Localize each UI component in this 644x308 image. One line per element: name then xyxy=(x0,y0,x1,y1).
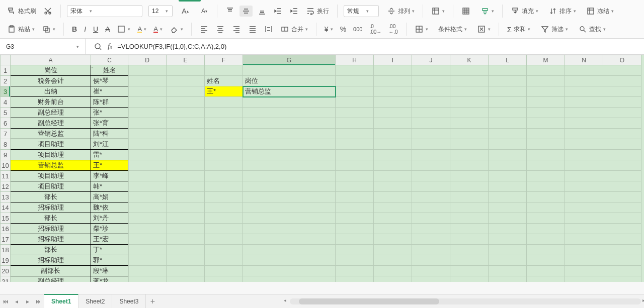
cell-D13[interactable] xyxy=(128,192,167,202)
cell-N20[interactable] xyxy=(565,266,603,276)
clear-format-button[interactable]: ▾ xyxy=(168,24,185,35)
sheet-tab-sheet2[interactable]: Sheet2 xyxy=(78,294,112,308)
row-header-19[interactable]: 19 xyxy=(1,255,11,266)
name-box[interactable]: G3 ▾ xyxy=(0,39,86,54)
cell-J15[interactable] xyxy=(412,213,450,224)
cell-A12[interactable]: 项目助理 xyxy=(11,181,91,192)
cell-M19[interactable] xyxy=(527,255,565,266)
cell-O4[interactable] xyxy=(603,97,641,108)
cell-E11[interactable] xyxy=(167,171,205,181)
cell-J3[interactable] xyxy=(412,86,450,97)
cell-H5[interactable] xyxy=(336,108,374,118)
cell-D5[interactable] xyxy=(128,108,167,118)
decrease-decimal-button[interactable]: .00←.0 xyxy=(386,23,399,36)
cell-G3[interactable]: 营销总监 xyxy=(243,86,336,97)
cell-F18[interactable] xyxy=(205,245,243,255)
cell-G15[interactable] xyxy=(243,213,336,224)
cell-C1[interactable]: 姓名 xyxy=(91,65,128,76)
cell-J8[interactable] xyxy=(412,139,450,150)
cell-E10[interactable] xyxy=(167,160,205,171)
cell-L13[interactable] xyxy=(489,192,527,202)
cell-G9[interactable] xyxy=(243,150,336,160)
cell-A1[interactable]: 岗位 xyxy=(11,65,91,76)
cell-C15[interactable]: 刘*丹 xyxy=(91,213,128,224)
cell-I20[interactable] xyxy=(374,266,412,276)
cell-I19[interactable] xyxy=(374,255,412,266)
cell-A21[interactable]: 副总经理 xyxy=(11,276,91,282)
cell-H6[interactable] xyxy=(336,118,374,129)
cell-O21[interactable] xyxy=(603,276,641,282)
fill-color-button[interactable]: A▾ xyxy=(135,24,148,34)
decrease-font-button[interactable]: A▾ xyxy=(198,6,211,17)
cell-N4[interactable] xyxy=(565,97,603,108)
cell-C7[interactable]: 陆*科 xyxy=(91,129,128,139)
cell-L14[interactable] xyxy=(489,202,527,213)
cell-D7[interactable] xyxy=(128,129,167,139)
cell-I6[interactable] xyxy=(374,118,412,129)
cell-H19[interactable] xyxy=(336,255,374,266)
cell-J17[interactable] xyxy=(412,234,450,245)
cell-A9[interactable]: 项目助理 xyxy=(11,150,91,160)
cell-C19[interactable]: 郭* xyxy=(91,255,128,266)
cell-E7[interactable] xyxy=(167,129,205,139)
align-right-button[interactable] xyxy=(230,24,243,35)
cell-C16[interactable]: 柴*珍 xyxy=(91,224,128,234)
cell-M13[interactable] xyxy=(527,192,565,202)
cell-C20[interactable]: 段*琳 xyxy=(91,266,128,276)
cell-E8[interactable] xyxy=(167,139,205,150)
cell-A7[interactable]: 营销总监 xyxy=(11,129,91,139)
cell-G1[interactable] xyxy=(243,65,336,76)
row-header-4[interactable]: 4 xyxy=(1,97,11,108)
cell-L15[interactable] xyxy=(489,213,527,224)
cell-G21[interactable] xyxy=(243,276,336,282)
cell-L18[interactable] xyxy=(489,245,527,255)
cell-N17[interactable] xyxy=(565,234,603,245)
row-header-18[interactable]: 18 xyxy=(1,245,11,255)
cell-D3[interactable] xyxy=(128,86,167,97)
cell-K8[interactable] xyxy=(450,139,489,150)
cell-style-button[interactable]: ▾ xyxy=(478,6,496,17)
cell-F3[interactable]: 王* xyxy=(205,86,243,97)
cell-L20[interactable] xyxy=(489,266,527,276)
cell-I18[interactable] xyxy=(374,245,412,255)
strike-button[interactable]: A xyxy=(103,24,112,34)
cell-N7[interactable] xyxy=(565,129,603,139)
cell-G2[interactable]: 岗位 xyxy=(243,76,336,86)
cell-D2[interactable] xyxy=(128,76,167,86)
cell-J13[interactable] xyxy=(412,192,450,202)
cell-A19[interactable]: 招标助理 xyxy=(11,255,91,266)
cell-N3[interactable] xyxy=(565,86,603,97)
cell-C17[interactable]: 王*宏 xyxy=(91,234,128,245)
cell-F10[interactable] xyxy=(205,160,243,171)
cell-A5[interactable]: 副总经理 xyxy=(11,108,91,118)
align-middle-button[interactable] xyxy=(239,6,253,17)
cell-I16[interactable] xyxy=(374,224,412,234)
cell-C2[interactable]: 侯*琴 xyxy=(91,76,128,86)
cell-N10[interactable] xyxy=(565,160,603,171)
cell-J10[interactable] xyxy=(412,160,450,171)
column-header-N[interactable]: N xyxy=(565,55,603,65)
cell-K17[interactable] xyxy=(450,234,489,245)
cell-N5[interactable] xyxy=(565,108,603,118)
cell-H10[interactable] xyxy=(336,160,374,171)
cell-C9[interactable]: 雷* xyxy=(91,150,128,160)
tab-nav-first[interactable]: ⏮ xyxy=(0,294,11,308)
cell-G11[interactable] xyxy=(243,171,336,181)
column-header-L[interactable]: L xyxy=(489,55,527,65)
cell-D1[interactable] xyxy=(128,65,167,76)
cell-D12[interactable] xyxy=(128,181,167,192)
cell-J4[interactable] xyxy=(412,97,450,108)
cell-M9[interactable] xyxy=(527,150,565,160)
cell-G5[interactable] xyxy=(243,108,336,118)
cell-M1[interactable] xyxy=(527,65,565,76)
cell-I12[interactable] xyxy=(374,181,412,192)
align-justify-button[interactable] xyxy=(246,24,259,35)
row-header-3[interactable]: 3 xyxy=(1,86,11,97)
cell-K19[interactable] xyxy=(450,255,489,266)
cell-M4[interactable] xyxy=(527,97,565,108)
cell-A17[interactable]: 招标助理 xyxy=(11,234,91,245)
row-header-21[interactable]: 21 xyxy=(1,276,11,282)
cell-J19[interactable] xyxy=(412,255,450,266)
increase-font-button[interactable]: A▴ xyxy=(179,6,192,17)
cell-E12[interactable] xyxy=(167,181,205,192)
